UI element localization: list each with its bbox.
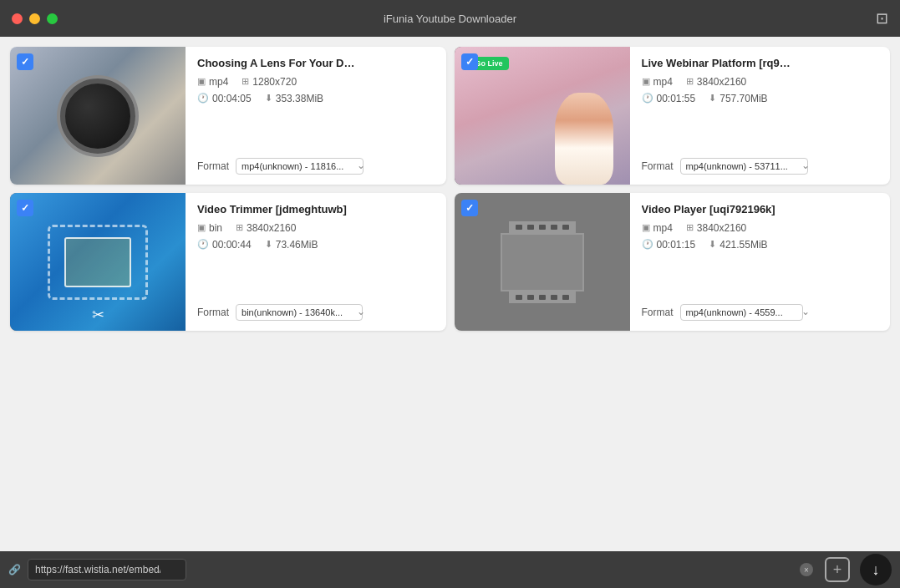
filesize-icon-4: ⬇ <box>709 239 716 250</box>
format-select-wrap-2: mp4(unknown) - 53711... <box>680 158 814 175</box>
meta-filesize-1: ⬇ 353.38MiB <box>265 93 323 104</box>
format-select-3[interactable]: bin(unknown) - 13640k... <box>236 304 363 321</box>
minimize-button[interactable] <box>29 13 40 24</box>
video-info-4: Video Player [uqi792196k] ▣ mp4 ⊞ 3840x2… <box>630 193 891 331</box>
video-grid: Choosing A Lens For Your D… ▣ mp4 ⊞ 1280… <box>0 37 900 551</box>
resolution-icon-2: ⊞ <box>686 76 694 87</box>
bottom-bar: 🔗 × + ↓ <box>0 551 900 588</box>
filmstrip-hole <box>516 225 522 230</box>
format-select-wrap-3: bin(unknown) - 13640k... <box>236 304 369 321</box>
format-select-wrap-1: mp4(unknown) - 11816... <box>236 158 369 175</box>
meta-row-3a: ▣ bin ⊞ 3840x2160 <box>197 222 435 234</box>
filesize-value-3: 73.46MiB <box>276 239 318 251</box>
checkbox-4[interactable] <box>461 200 478 216</box>
video-info-3: Video Trimmer [jdmeghtuwb] ▣ bin ⊞ 3840x… <box>186 193 446 331</box>
thumbnail-2: Go Live <box>455 47 630 185</box>
filesize-value-4: 421.55MiB <box>719 239 767 251</box>
meta-row-3b: 🕐 00:00:44 ⬇ 73.46MiB <box>197 239 435 251</box>
duration-value-4: 00:01:15 <box>657 239 696 251</box>
url-icon: 🔗 <box>8 564 21 575</box>
url-add-button[interactable]: + <box>825 557 850 582</box>
duration-value-3: 00:00:44 <box>212 239 252 251</box>
format-type-value-2: mp4 <box>653 76 673 88</box>
checkbox-2[interactable] <box>461 53 478 70</box>
meta-filesize-3: ⬇ 73.46MiB <box>265 239 318 251</box>
url-wrap: × <box>28 559 818 580</box>
format-row-1: Format mp4(unknown) - 11816... <box>197 158 435 175</box>
format-type-value-1: mp4 <box>209 76 228 88</box>
filmstrip <box>501 221 584 303</box>
scissors-icon: ✂ <box>92 306 104 324</box>
video-card-1: Choosing A Lens For Your D… ▣ mp4 ⊞ 1280… <box>10 47 446 185</box>
format-select-1[interactable]: mp4(unknown) - 11816... <box>236 158 364 175</box>
meta-resolution-3: ⊞ 3840x2160 <box>236 222 296 234</box>
meta-resolution-1: ⊞ 1280x720 <box>242 76 297 88</box>
clear-icon: × <box>804 565 809 575</box>
download-icon: ↓ <box>872 562 880 577</box>
meta-duration-3: 🕐 00:00:44 <box>197 239 252 251</box>
url-clear-button[interactable]: × <box>800 563 813 576</box>
format-select-2[interactable]: mp4(unknown) - 53711... <box>680 158 808 175</box>
thumbnail-4 <box>455 193 630 331</box>
duration-value-1: 00:04:05 <box>212 93 252 104</box>
titlebar: iFunia Youtube Downloader ⊡ <box>0 0 900 37</box>
close-button[interactable] <box>12 13 23 24</box>
resolution-icon-3: ⊞ <box>236 222 243 233</box>
resolution-icon-4: ⊞ <box>686 222 694 233</box>
video-title-3: Video Trimmer [jdmeghtuwb] <box>197 203 435 217</box>
thumbnail-1 <box>10 47 186 185</box>
filmstrip-hole <box>562 225 569 230</box>
duration-icon-4: 🕐 <box>642 239 653 250</box>
format-type-value-3: bin <box>209 222 222 234</box>
filmstrip-hole <box>539 225 546 230</box>
meta-format-type-3: ▣ bin <box>197 222 222 234</box>
thumbnail-3: ✂ <box>10 193 186 331</box>
meta-duration-2: 🕐 00:01:55 <box>642 93 696 104</box>
meta-format-type-1: ▣ mp4 <box>197 76 228 88</box>
app-title: iFunia Youtube Downloader <box>384 13 516 25</box>
filmstrip-hole <box>551 295 557 300</box>
filesize-icon-3: ⬇ <box>265 239 272 250</box>
trimmer-frame <box>48 225 148 300</box>
video-title-4: Video Player [uqi792196k] <box>642 203 879 217</box>
filmstrip-hole <box>527 225 534 230</box>
golive-person <box>555 93 613 185</box>
meta-row-1a: ▣ mp4 ⊞ 1280x720 <box>197 76 435 88</box>
duration-value-2: 00:01:55 <box>657 93 696 104</box>
filmstrip-top-holes <box>509 221 576 233</box>
filmstrip-hole <box>539 295 546 300</box>
resolution-value-3: 3840x2160 <box>247 222 296 234</box>
url-input[interactable] <box>28 559 186 580</box>
format-type-icon-1: ▣ <box>197 76 206 87</box>
format-label-1: Format <box>197 160 229 172</box>
format-type-icon-2: ▣ <box>642 76 650 87</box>
format-type-value-4: mp4 <box>653 222 673 234</box>
golive-text: Go Live <box>475 59 503 68</box>
maximize-button[interactable] <box>47 13 58 24</box>
filesize-value-1: 353.38MiB <box>276 93 323 104</box>
meta-row-1b: 🕐 00:04:05 ⬇ 353.38MiB <box>197 93 435 104</box>
filesize-value-2: 757.70MiB <box>719 93 767 104</box>
format-label-4: Format <box>642 307 674 318</box>
filesize-icon-2: ⬇ <box>709 93 716 104</box>
meta-format-type-2: ▣ mp4 <box>642 76 673 88</box>
checkbox-1[interactable] <box>17 53 33 70</box>
filmstrip-hole <box>562 295 569 300</box>
app-icon: ⊡ <box>876 9 888 28</box>
resolution-icon-1: ⊞ <box>242 76 249 87</box>
duration-icon-1: 🕐 <box>197 93 209 104</box>
trimmer-inner-frame <box>64 237 131 287</box>
meta-filesize-4: ⬇ 421.55MiB <box>709 239 767 251</box>
filmstrip-hole <box>551 225 557 230</box>
resolution-value-1: 1280x720 <box>252 76 297 88</box>
meta-row-4b: 🕐 00:01:15 ⬇ 421.55MiB <box>642 239 879 251</box>
meta-filesize-2: ⬇ 757.70MiB <box>709 93 767 104</box>
meta-resolution-4: ⊞ 3840x2160 <box>686 222 746 234</box>
format-select-4[interactable]: mp4(unknown) - 4559... <box>680 304 803 321</box>
format-row-4: Format mp4(unknown) - 4559... <box>642 304 879 321</box>
download-button[interactable]: ↓ <box>860 554 892 585</box>
format-label-2: Format <box>642 160 674 172</box>
checkbox-3[interactable] <box>17 200 33 216</box>
meta-duration-1: 🕐 00:04:05 <box>197 93 252 104</box>
meta-resolution-2: ⊞ 3840x2160 <box>686 76 746 88</box>
